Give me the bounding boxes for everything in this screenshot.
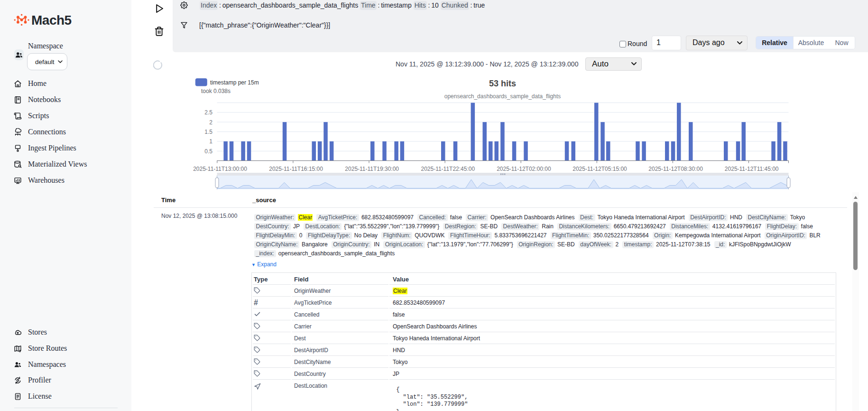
svg-text:53 hits: 53 hits — [489, 79, 516, 88]
svg-text:timestamp per 15m: timestamp per 15m — [210, 79, 259, 86]
svg-text:2025-11-12T02:00:00: 2025-11-12T02:00:00 — [497, 166, 551, 172]
svg-text:Mach5: Mach5 — [31, 13, 72, 28]
svg-text:2025-11-11T13:00:00: 2025-11-11T13:00:00 — [193, 166, 247, 172]
svg-text:0.5: 0.5 — [204, 148, 212, 155]
svg-text:1: 1 — [209, 138, 212, 145]
svg-text:took 0.038s: took 0.038s — [201, 88, 231, 94]
svg-text:opensearch_dashboards_sample_d: opensearch_dashboards_sample_data_flight… — [444, 93, 561, 100]
svg-text:2025-11-12T05:15:00: 2025-11-12T05:15:00 — [573, 166, 627, 172]
svg-text:2025-11-11T22:45:00: 2025-11-11T22:45:00 — [421, 166, 475, 172]
svg-text:2025-11-11T19:30:00: 2025-11-11T19:30:00 — [345, 166, 399, 172]
svg-text:1.5: 1.5 — [204, 129, 212, 135]
svg-text:2025-11-12T08:30:00: 2025-11-12T08:30:00 — [648, 166, 703, 172]
svg-text:2025-11-11T16:15:00: 2025-11-11T16:15:00 — [269, 166, 323, 172]
svg-text:2025-11-12T11:45:00: 2025-11-12T11:45:00 — [725, 166, 779, 172]
svg-text:2.5: 2.5 — [204, 109, 212, 116]
svg-text:2: 2 — [209, 119, 212, 126]
